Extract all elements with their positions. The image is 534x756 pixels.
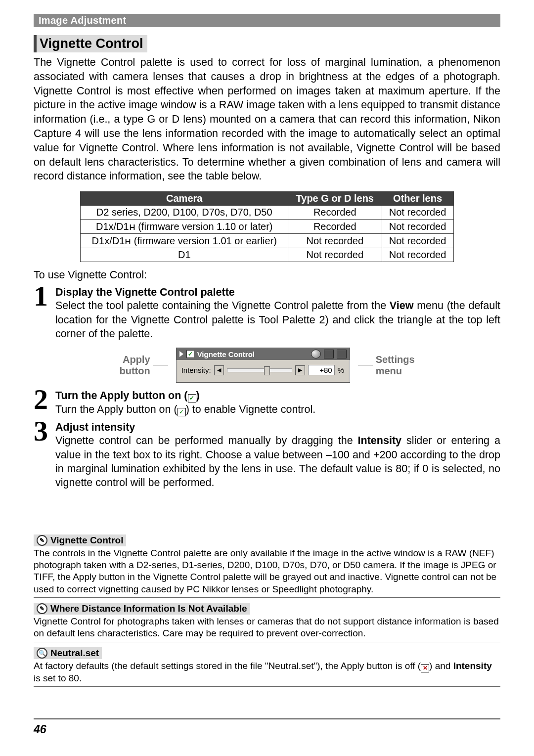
camera-lens-table: Camera Type G or D lens Other lens D2 se…: [80, 191, 453, 262]
cell: Not recorded: [288, 234, 382, 248]
step-title: Turn the Apply button on (✓): [55, 390, 500, 402]
cell: Not recorded: [382, 234, 453, 248]
apply-checkbox[interactable]: ✓: [186, 350, 194, 358]
table-header-camera: Camera: [81, 192, 288, 206]
cell: Not recorded: [382, 220, 453, 234]
slider-thumb[interactable]: [264, 366, 270, 375]
text: is set to 80.: [34, 673, 82, 683]
figure-label-settings-menu: Settingsmenu: [376, 354, 415, 377]
step-number: 3: [34, 414, 48, 447]
text: ) to enable Vignette control.: [186, 403, 316, 415]
page-number: 46: [34, 723, 46, 736]
cell: Not recorded: [288, 248, 382, 262]
collapse-triangle-icon[interactable]: [179, 351, 183, 357]
footer-divider: [34, 718, 500, 719]
step-body: Select the tool palette containing the V…: [55, 299, 500, 341]
palette-header: ✓ Vignette Control: [177, 348, 350, 360]
check-icon: ✓: [178, 408, 186, 416]
text: ) and: [429, 661, 453, 671]
pencil-icon: ✎: [37, 603, 47, 614]
text: At factory defaults (the default setting…: [34, 661, 421, 671]
cell: D1: [81, 248, 288, 262]
text: Turn the Apply button on (: [55, 403, 178, 415]
step-title: Adjust intensity: [55, 421, 500, 434]
table-row: D2 series, D200, D100, D70s, D70, D50 Re…: [81, 206, 453, 220]
section-title: Vignette Control: [34, 35, 147, 52]
cell: Not recorded: [382, 206, 453, 220]
palette-figure: Applybutton ✓ Vignette Control Intensity…: [34, 348, 500, 383]
table-row: D1x/D1ʜ (firmware version 1.10 or later)…: [81, 220, 453, 234]
step-number: 2: [34, 383, 48, 416]
bold-text: Intensity: [358, 435, 401, 446]
notes-section: ✎ Vignette Control The controls in the V…: [34, 534, 500, 687]
palette-title: Vignette Control: [197, 350, 255, 358]
figure-label-apply-button: Applybutton: [119, 354, 150, 377]
note-title: Vignette Control: [50, 535, 123, 546]
intensity-unit: %: [338, 366, 344, 374]
table-row: D1 Not recorded Not recorded: [81, 248, 453, 262]
intensity-label: Intensity:: [181, 366, 211, 374]
note-heading-neutral-set: 🔍 Neutral.set: [34, 647, 102, 659]
text: Select the tool palette containing the V…: [55, 300, 390, 311]
bold-text: View: [390, 300, 414, 311]
note-title: Where Distance Information Is Not Availa…: [50, 603, 247, 614]
step-number: 1: [34, 279, 48, 312]
reset-icon[interactable]: [311, 350, 321, 358]
step-1: 1 Display the Vignette Control palette S…: [34, 286, 500, 341]
step-title: Display the Vignette Control palette: [55, 286, 500, 299]
steps-lead: To use Vignette Control:: [34, 269, 500, 281]
step-body: Turn the Apply button on (✓) to enable V…: [55, 402, 500, 416]
note-body: The controls in the Vignette Control pal…: [34, 547, 500, 598]
table-row: D1x/D1ʜ (firmware version 1.01 or earlie…: [81, 234, 453, 248]
settings-menu-icon[interactable]: [337, 350, 347, 358]
magnifier-icon: 🔍: [37, 648, 47, 659]
page: Image Adjustment Vignette Control The Vi…: [0, 0, 534, 756]
intro-paragraph: The Vignette Control palette is used to …: [34, 55, 500, 183]
note-heading-distance-info: ✎ Where Distance Information Is Not Avai…: [34, 603, 250, 615]
pencil-icon: ✎: [37, 535, 47, 546]
step-2: 2 Turn the Apply button on (✓) Turn the …: [34, 390, 500, 416]
cell: D1x/D1ʜ (firmware version 1.01 or earlie…: [81, 234, 288, 248]
note-body: At factory defaults (the default setting…: [34, 660, 500, 687]
note-heading-vignette-control: ✎ Vignette Control: [34, 534, 126, 546]
cell: Recorded: [288, 220, 382, 234]
note-body: Vignette Control for photographs taken w…: [34, 616, 500, 642]
intensity-value-input[interactable]: +80: [308, 365, 335, 375]
step-3: 3 Adjust intensity Vignette control can …: [34, 421, 500, 490]
bold-text: Intensity: [453, 661, 492, 671]
x-icon: ✕: [421, 664, 429, 672]
cell: Recorded: [288, 206, 382, 220]
intensity-slider[interactable]: [227, 368, 292, 372]
cell: Not recorded: [382, 248, 453, 262]
palette-body: Intensity: ◀ ▶ +80 %: [177, 360, 350, 377]
check-icon: ✓: [188, 394, 196, 402]
step-body: Vignette control can be performed manual…: [55, 434, 500, 490]
settings-page-icon[interactable]: [324, 350, 334, 358]
table-header-other-lens: Other lens: [382, 192, 453, 206]
cell: D1x/D1ʜ (firmware version 1.10 or later): [81, 220, 288, 234]
decrement-button[interactable]: ◀: [214, 365, 224, 375]
cell: D2 series, D200, D100, D70s, D70, D50: [81, 206, 288, 220]
note-title: Neutral.set: [50, 648, 99, 659]
text: Vignette control can be performed manual…: [55, 435, 358, 446]
increment-button[interactable]: ▶: [295, 365, 305, 375]
section-header-bar: Image Adjustment: [34, 14, 500, 27]
table-header-gd-lens: Type G or D lens: [288, 192, 382, 206]
vignette-control-palette: ✓ Vignette Control Intensity: ◀ ▶ +80 %: [176, 348, 350, 383]
